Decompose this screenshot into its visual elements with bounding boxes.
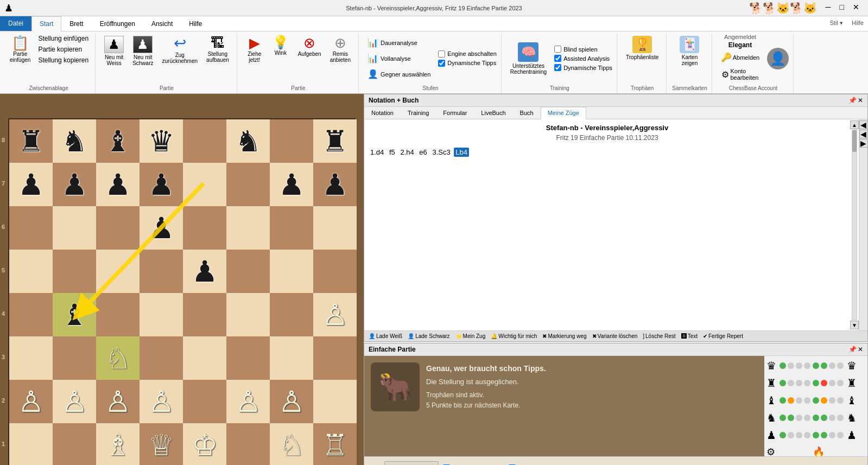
engine-abschalten-checkbox[interactable]: Engine abschalten: [438, 50, 497, 58]
blind-spielen-checkbox[interactable]: Blind spielen: [554, 46, 612, 53]
notation-tab-meinezuege[interactable]: Meine Züge: [541, 107, 586, 119]
square-e6[interactable]: [183, 206, 226, 250]
neu-schwarz-button[interactable]: ♟ Neu mitSchwarz: [129, 34, 156, 68]
text-button[interactable]: 🅰 Text: [679, 332, 700, 340]
daueranalyse-button[interactable]: 📊 Daueranalyse: [364, 35, 434, 50]
fertige-repert-button[interactable]: ✔ Fertige Repert: [701, 332, 745, 340]
square-d3[interactable]: [140, 336, 183, 380]
notation-tab-training[interactable]: Training: [401, 107, 436, 119]
notation-tab-buch[interactable]: Buch: [513, 107, 541, 119]
square-a7[interactable]: ♟: [9, 163, 53, 206]
tab-ansicht[interactable]: Ansicht: [143, 16, 181, 31]
square-b5[interactable]: [53, 250, 96, 293]
square-e4[interactable]: [183, 293, 226, 336]
square-f5[interactable]: [226, 250, 270, 293]
tab-brett[interactable]: Brett: [61, 16, 91, 31]
square-g8[interactable]: [270, 119, 313, 163]
square-e8[interactable]: [183, 119, 226, 163]
square-a5[interactable]: [9, 250, 53, 293]
einfache-close-button[interactable]: ✕: [858, 346, 863, 353]
move-2h4[interactable]: 2.h4: [398, 148, 415, 157]
square-b1[interactable]: [53, 423, 96, 466]
move-e6[interactable]: e6: [417, 148, 428, 157]
karten-zeigen-button[interactable]: 🃏 Kartenzeigen: [676, 34, 702, 68]
unterstuetztes-button[interactable]: 🧠 UnterstütztesRechentraining: [507, 40, 550, 77]
lade-schwarz-button[interactable]: 👤 Lade Schwarz: [406, 332, 452, 340]
square-g1[interactable]: ♘: [270, 423, 313, 466]
neu-weiss-button[interactable]: ♟ Neu mitWeiss: [101, 34, 127, 68]
square-c6[interactable]: [96, 206, 140, 250]
dynamische-tipps-checkbox[interactable]: Dynamische Tipps: [438, 60, 497, 67]
square-b3[interactable]: [53, 336, 96, 380]
square-g2[interactable]: ♙: [270, 380, 313, 423]
side-btn-1[interactable]: ◀: [859, 120, 868, 129]
partie-einfuegen-button[interactable]: 📋 Partieeinfügen: [7, 34, 34, 65]
square-d6[interactable]: ♟: [140, 206, 183, 250]
square-e5[interactable]: ♟: [183, 250, 226, 293]
square-h4[interactable]: ♙: [313, 293, 357, 336]
tab-hilfe[interactable]: Hilfe: [181, 16, 210, 31]
gegner-auswaehlen-button[interactable]: 👤 Gegner auswählen: [364, 67, 434, 81]
square-a4[interactable]: [9, 293, 53, 336]
square-a3[interactable]: [9, 336, 53, 380]
wink-button[interactable]: 💡 Wink: [269, 34, 293, 58]
partie-kopieren-button[interactable]: Partie kopieren: [36, 44, 91, 54]
dynamische-tipps2-checkbox[interactable]: Dynamische Tipps: [554, 64, 612, 71]
aufgeben-button[interactable]: ⊗ Aufgeben: [295, 34, 325, 59]
square-g3[interactable]: [270, 336, 313, 380]
square-c8[interactable]: ♝: [96, 119, 140, 163]
square-a8[interactable]: ♜: [9, 119, 53, 163]
close-button[interactable]: ✕: [848, 2, 864, 12]
square-f4[interactable]: [226, 293, 270, 336]
move-lb4[interactable]: Lb4: [454, 148, 469, 157]
square-b2[interactable]: ♙: [53, 380, 96, 423]
square-c4[interactable]: [96, 293, 140, 336]
vollanalyse-button[interactable]: 📊 Vollanalyse: [364, 51, 434, 66]
move-1d4[interactable]: 1.d4: [369, 148, 385, 157]
loesche-rest-button[interactable]: ] Lösche Rest: [641, 332, 677, 340]
square-h3[interactable]: [313, 336, 357, 380]
notation-tab-formular[interactable]: Formular: [436, 107, 474, 119]
tab-start[interactable]: Start: [31, 16, 61, 31]
square-f3[interactable]: [226, 336, 270, 380]
square-h6[interactable]: [313, 206, 357, 250]
zug-zuruecknehmen-button[interactable]: ↩ Zugzurücknehmen: [159, 34, 201, 66]
square-d2[interactable]: ♙: [140, 380, 183, 423]
tab-eroeffnungen[interactable]: Eröffnungen: [92, 16, 143, 31]
square-d7[interactable]: ♟: [140, 163, 183, 206]
notation-tab-livebuch[interactable]: LiveBuch: [474, 107, 512, 119]
square-a1[interactable]: [9, 423, 53, 466]
notation-tab-notation[interactable]: Notation: [364, 107, 401, 119]
stellung-einfuegen-button[interactable]: Stellung einfügen: [36, 34, 91, 43]
square-b6[interactable]: [53, 206, 96, 250]
square-a2[interactable]: ♙: [9, 380, 53, 423]
square-b4[interactable]: ♝: [53, 293, 96, 336]
square-c7[interactable]: ♟: [96, 163, 140, 206]
scrollbar-thumb[interactable]: [852, 130, 857, 152]
dynamische-tipps2-input[interactable]: [554, 64, 561, 71]
square-f7[interactable]: [226, 163, 270, 206]
square-e3[interactable]: [183, 336, 226, 380]
notation-pin-button[interactable]: 📌: [848, 97, 857, 104]
square-e2[interactable]: [183, 380, 226, 423]
einfache-pin-button[interactable]: 📌: [848, 346, 857, 353]
engine-abschalten-input[interactable]: [438, 50, 445, 58]
mein-zug-button[interactable]: ⭐ Mein Zug: [453, 332, 488, 340]
square-d8[interactable]: ♛: [140, 119, 183, 163]
square-h7[interactable]: ♟: [313, 163, 357, 206]
side-btn-2[interactable]: ◀: [859, 130, 868, 138]
tab-datei[interactable]: Datei: [0, 16, 31, 31]
blind-spielen-input[interactable]: [554, 46, 561, 53]
markierung-weg-button[interactable]: ✖ Markierung weg: [540, 332, 588, 340]
variante-loeschen-button[interactable]: ✖ Variante löschen: [590, 332, 640, 340]
scrollbar-track[interactable]: [852, 130, 857, 320]
square-d4[interactable]: [140, 293, 183, 336]
side-btn-3[interactable]: ▶: [859, 139, 868, 148]
square-b8[interactable]: ♞: [53, 119, 96, 163]
dynamische-tipps-input[interactable]: [438, 60, 445, 67]
square-h2[interactable]: [313, 380, 357, 423]
square-f6[interactable]: [226, 206, 270, 250]
hilfe-top[interactable]: Hilfe: [847, 16, 868, 31]
square-e1[interactable]: ♔: [183, 423, 226, 466]
abmelden-button[interactable]: 🔑 Abmelden: [718, 50, 763, 65]
